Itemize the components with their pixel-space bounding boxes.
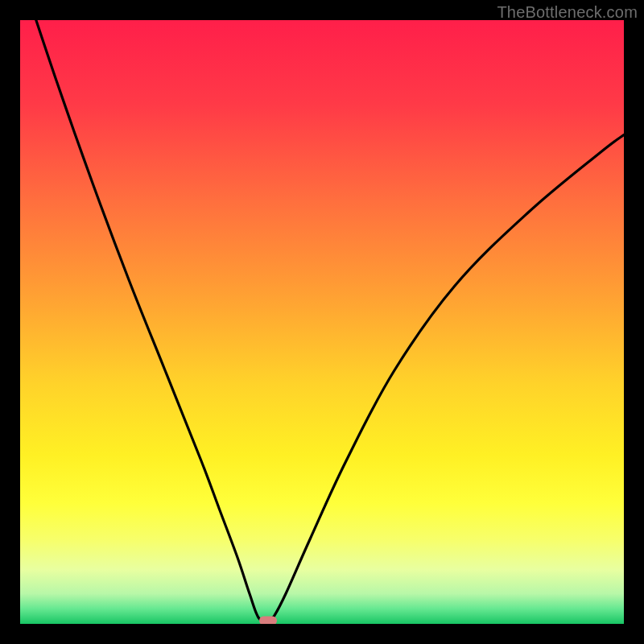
plot-area bbox=[20, 20, 624, 624]
bottleneck-curve bbox=[20, 20, 624, 624]
chart-frame: TheBottleneck.com bbox=[0, 0, 644, 644]
watermark-text: TheBottleneck.com bbox=[497, 3, 638, 22]
optimum-marker bbox=[259, 616, 277, 624]
